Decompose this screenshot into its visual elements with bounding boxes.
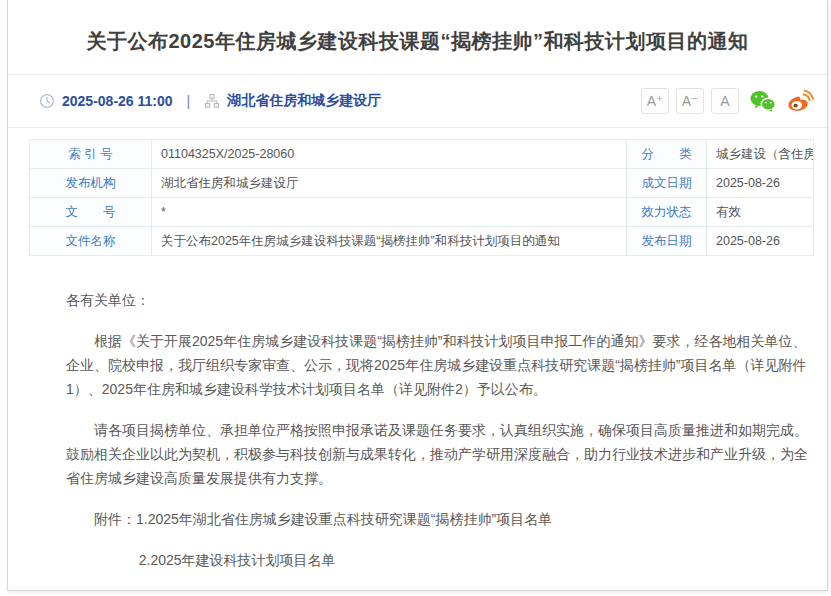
publish-datetime: 2025-08-26 11:00 bbox=[62, 93, 173, 109]
font-larger-button[interactable]: A⁺ bbox=[641, 88, 669, 114]
table-row: 文件名称 关于公布2025年住房城乡建设科技课题“揭榜挂帅”和科技计划项目的通知… bbox=[30, 227, 814, 256]
paragraph-2: 请各项目揭榜单位、承担单位严格按照申报承诺及课题任务要求，认真组织实施，确保项目… bbox=[66, 418, 812, 490]
doc-number-value: * bbox=[152, 198, 627, 227]
notice-page: 关于公布2025年住房城乡建设科技课题“揭榜挂帅”和科技计划项目的通知 2025… bbox=[7, 0, 828, 591]
issuing-agency-value: 湖北省住房和城乡建设厅 bbox=[152, 169, 627, 198]
greeting: 各有关单位： bbox=[66, 288, 812, 312]
paragraph-1: 根据《关于开展2025年住房城乡建设科技课题“揭榜挂帅”和科技计划项目申报工作的… bbox=[66, 329, 812, 401]
document-info-table: 索 引 号 01104325X/2025-28060 分 类 城乡建设（含住房）… bbox=[29, 139, 814, 256]
index-number-value: 01104325X/2025-28060 bbox=[152, 140, 627, 169]
weibo-share-icon[interactable] bbox=[786, 89, 814, 113]
font-reset-button[interactable]: A bbox=[711, 88, 739, 114]
publish-date-label: 发布日期 bbox=[627, 227, 707, 256]
written-date-label: 成文日期 bbox=[627, 169, 707, 198]
table-row: 文 号 * 效力状态 有效 bbox=[30, 198, 814, 227]
category-value: 城乡建设（含住房） bbox=[707, 140, 814, 169]
issuing-agency-label: 发布机构 bbox=[30, 169, 152, 198]
validity-value: 有效 bbox=[707, 198, 814, 227]
category-label: 分 类 bbox=[627, 140, 707, 169]
document-body: 各有关单位： 根据《关于开展2025年住房城乡建设科技课题“揭榜挂帅”和科技计划… bbox=[8, 256, 827, 591]
page-title: 关于公布2025年住房城乡建设科技课题“揭榜挂帅”和科技计划项目的通知 bbox=[87, 28, 749, 54]
title-bar: 关于公布2025年住房城乡建设科技课题“揭榜挂帅”和科技计划项目的通知 bbox=[8, 0, 827, 75]
wechat-share-icon[interactable] bbox=[749, 89, 776, 113]
meta-separator: | bbox=[187, 93, 191, 109]
sitemap-icon bbox=[204, 93, 220, 109]
validity-label: 效力状态 bbox=[627, 198, 707, 227]
attachment-item-1: 附件：1.2025年湖北省住房城乡建设重点科技研究课题“揭榜挂帅”项目名单 bbox=[66, 507, 812, 531]
meta-bar: 2025-08-26 11:00 | 湖北省住房和城乡建设厅 A⁺ A⁻ A bbox=[8, 75, 827, 128]
publish-date-value: 2025-08-26 bbox=[707, 227, 814, 256]
clock-icon bbox=[39, 93, 55, 109]
written-date-value: 2025-08-26 bbox=[707, 169, 814, 198]
table-row: 发布机构 湖北省住房和城乡建设厅 成文日期 2025-08-26 bbox=[30, 169, 814, 198]
index-number-label: 索 引 号 bbox=[30, 140, 152, 169]
publisher-name: 湖北省住房和城乡建设厅 bbox=[227, 92, 381, 110]
table-row: 索 引 号 01104325X/2025-28060 分 类 城乡建设（含住房） bbox=[30, 140, 814, 169]
file-title-value: 关于公布2025年住房城乡建设科技课题“揭榜挂帅”和科技计划项目的通知 bbox=[152, 227, 627, 256]
meta-tools: A⁺ A⁻ A bbox=[634, 88, 814, 114]
meta-info: 2025-08-26 11:00 | 湖北省住房和城乡建设厅 bbox=[39, 92, 381, 110]
attachment-item-2: 2.2025年建设科技计划项目名单 bbox=[66, 548, 812, 572]
file-title-label: 文件名称 bbox=[30, 227, 152, 256]
doc-number-label: 文 号 bbox=[30, 198, 152, 227]
font-smaller-button[interactable]: A⁻ bbox=[676, 88, 704, 114]
